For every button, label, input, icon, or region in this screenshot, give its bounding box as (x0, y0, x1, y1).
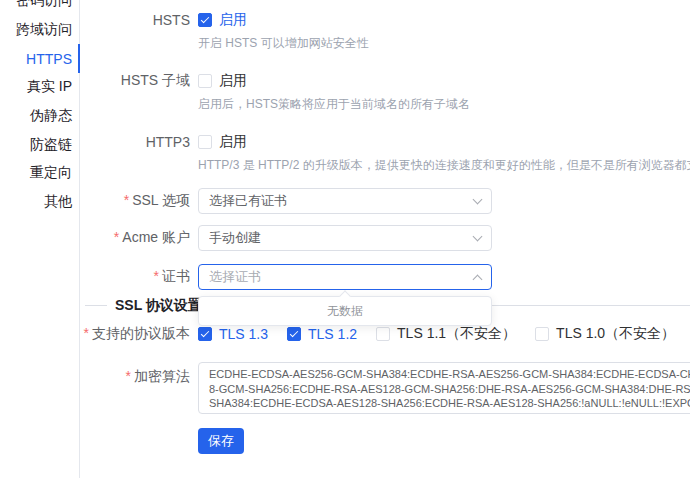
chevron-down-icon (473, 232, 483, 242)
sidebar-tab-list: 密码访问 跨域访问 HTTPS 真实 IP 伪静态 防盗链 重定向 其他 (0, 0, 80, 217)
http3-enable-checkbox[interactable]: 启用 (198, 133, 247, 151)
hsts-subdomain-enable-label: 启用 (219, 72, 247, 90)
checkbox-icon (198, 327, 212, 341)
tls12-label: TLS 1.2 (308, 326, 357, 342)
hsts-enable-checkbox[interactable]: 启用 (198, 11, 247, 29)
hsts-row: HSTS 启用 (80, 11, 247, 29)
tls11-label: TLS 1.1（不安全） (397, 325, 516, 343)
http3-row: HTTP3 启用 (80, 133, 247, 151)
certificate-label: *证书 (80, 268, 190, 286)
cipher-row: *加密算法 ECDHE-ECDSA-AES256-GCM-SHA384:ECDH… (80, 362, 690, 414)
tls12-checkbox[interactable]: TLS 1.2 (287, 326, 357, 342)
protocol-versions-row: *支持的协议版本 TLS 1.3 TLS 1.2 TLS 1.1（不安全） T (80, 325, 675, 343)
chevron-up-icon (473, 274, 483, 284)
hsts-label: HSTS (80, 12, 190, 28)
checkbox-icon (198, 135, 212, 149)
checkbox-icon (198, 13, 212, 27)
sidebar-item-password-access[interactable]: 密码访问 (0, 0, 80, 16)
http3-help-text: HTTP/3 是 HTTP/2 的升级版本，提供更快的连接速度和更好的性能，但是… (198, 157, 690, 174)
tls13-label: TLS 1.3 (219, 326, 268, 342)
checkbox-icon (535, 327, 549, 341)
https-settings-page: 密码访问 跨域访问 HTTPS 真实 IP 伪静态 防盗链 重定向 其他 HST… (0, 0, 690, 484)
tls13-checkbox[interactable]: TLS 1.3 (198, 326, 268, 342)
acme-account-value: 手动创建 (209, 229, 474, 247)
protocol-versions-label: *支持的协议版本 (80, 325, 190, 343)
http3-label: HTTP3 (80, 134, 190, 150)
save-button[interactable]: 保存 (198, 428, 244, 454)
hsts-help-text: 开启 HSTS 可以增加网站安全性 (198, 35, 369, 52)
http3-enable-label: 启用 (219, 133, 247, 151)
ssl-option-label: *SSL 选项 (80, 192, 190, 210)
acme-account-label: *Acme 账户 (80, 229, 190, 247)
sidebar-item-https[interactable]: HTTPS (0, 44, 80, 73)
required-asterisk: * (154, 268, 159, 284)
required-asterisk: * (126, 368, 131, 384)
cipher-label: *加密算法 (80, 368, 190, 386)
hsts-subdomain-help-text: 启用后，HSTS策略将应用于当前域名的所有子域名 (198, 96, 470, 113)
sidebar-item-real-ip[interactable]: 真实 IP (0, 73, 80, 102)
certificate-row: *证书 选择证书 (80, 264, 492, 290)
sidebar-item-cors[interactable]: 跨域访问 (0, 16, 80, 45)
hsts-enable-label: 启用 (219, 11, 247, 29)
certificate-dropdown-panel: 无数据 (198, 296, 492, 326)
required-asterisk: * (84, 325, 89, 341)
protocol-checkbox-group: TLS 1.3 TLS 1.2 TLS 1.1（不安全） TLS 1.0（不安全… (198, 325, 675, 343)
tls11-checkbox[interactable]: TLS 1.1（不安全） (376, 325, 516, 343)
save-row: 保存 (80, 428, 244, 454)
checkbox-icon (376, 327, 390, 341)
acme-account-row: *Acme 账户 手动创建 (80, 225, 492, 251)
tls10-checkbox[interactable]: TLS 1.0（不安全） (535, 325, 675, 343)
certificate-select[interactable]: 选择证书 (198, 264, 492, 290)
https-form: HSTS 启用 开启 HSTS 可以增加网站安全性 HSTS 子域 启用 启用后… (80, 0, 690, 484)
tls10-label: TLS 1.0（不安全） (556, 325, 675, 343)
hsts-subdomain-row: HSTS 子域 启用 (80, 72, 247, 90)
required-asterisk: * (114, 229, 119, 245)
sidebar-item-anti-leech[interactable]: 防盗链 (0, 130, 80, 159)
ssl-protocol-section-title: SSL 协议设置 (107, 297, 210, 313)
sidebar-item-redirect[interactable]: 重定向 (0, 159, 80, 188)
ssl-option-value: 选择已有证书 (209, 192, 474, 210)
dropdown-empty-text: 无数据 (327, 303, 363, 320)
ssl-option-select[interactable]: 选择已有证书 (198, 188, 492, 214)
cipher-textarea[interactable]: ECDHE-ECDSA-AES256-GCM-SHA384:ECDHE-RSA-… (198, 362, 690, 414)
hsts-subdomain-checkbox[interactable]: 启用 (198, 72, 247, 90)
hsts-subdomain-label: HSTS 子域 (80, 72, 190, 90)
checkbox-icon (198, 74, 212, 88)
acme-account-select[interactable]: 手动创建 (198, 225, 492, 251)
sidebar-item-other[interactable]: 其他 (0, 188, 80, 217)
chevron-down-icon (473, 195, 483, 205)
ssl-option-row: *SSL 选项 选择已有证书 (80, 188, 492, 214)
required-asterisk: * (124, 192, 129, 208)
sidebar-item-rewrite[interactable]: 伪静态 (0, 102, 80, 131)
dropdown-caret (339, 290, 350, 301)
certificate-placeholder: 选择证书 (209, 268, 474, 286)
settings-sidebar: 密码访问 跨域访问 HTTPS 真实 IP 伪静态 防盗链 重定向 其他 (0, 0, 80, 484)
checkbox-icon (287, 327, 301, 341)
